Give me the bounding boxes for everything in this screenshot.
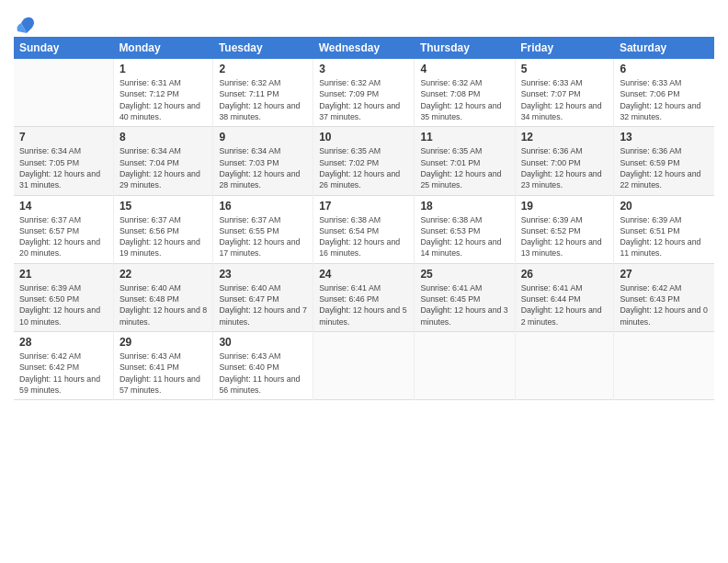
col-header-monday: Monday (113, 37, 213, 59)
calendar-cell: 20Sunrise: 6:39 AM Sunset: 6:51 PM Dayli… (614, 195, 714, 263)
calendar-cell: 11Sunrise: 6:35 AM Sunset: 7:01 PM Dayli… (415, 127, 515, 195)
calendar-cell: 6Sunrise: 6:33 AM Sunset: 7:06 PM Daylig… (614, 59, 714, 127)
day-info: Sunrise: 6:35 AM Sunset: 7:01 PM Dayligh… (420, 145, 508, 190)
calendar-cell: 14Sunrise: 6:37 AM Sunset: 6:57 PM Dayli… (14, 195, 113, 263)
calendar-cell: 27Sunrise: 6:42 AM Sunset: 6:43 PM Dayli… (614, 263, 714, 331)
day-info: Sunrise: 6:32 AM Sunset: 7:11 PM Dayligh… (219, 77, 307, 122)
day-info: Sunrise: 6:34 AM Sunset: 7:05 PM Dayligh… (19, 145, 108, 190)
calendar-cell: 8Sunrise: 6:34 AM Sunset: 7:04 PM Daylig… (113, 127, 213, 195)
calendar-cell: 15Sunrise: 6:37 AM Sunset: 6:56 PM Dayli… (113, 195, 213, 263)
calendar-cell (313, 332, 415, 400)
day-number: 17 (319, 200, 408, 213)
logo (14, 13, 36, 29)
calendar-cell: 16Sunrise: 6:37 AM Sunset: 6:55 PM Dayli… (213, 195, 313, 263)
calendar-cell (614, 332, 714, 400)
day-info: Sunrise: 6:43 AM Sunset: 6:41 PM Dayligh… (119, 350, 208, 396)
calendar-cell (14, 59, 113, 127)
day-info: Sunrise: 6:40 AM Sunset: 6:47 PM Dayligh… (219, 282, 307, 327)
day-number: 20 (620, 200, 709, 213)
day-info: Sunrise: 6:33 AM Sunset: 7:06 PM Dayligh… (620, 77, 709, 122)
day-number: 4 (420, 63, 508, 75)
day-info: Sunrise: 6:36 AM Sunset: 6:59 PM Dayligh… (620, 145, 709, 190)
day-number: 22 (119, 268, 208, 281)
day-number: 28 (19, 336, 108, 349)
day-number: 26 (521, 268, 609, 281)
col-header-thursday: Thursday (415, 37, 515, 59)
day-number: 6 (620, 63, 709, 75)
col-header-friday: Friday (515, 37, 614, 59)
calendar-cell: 17Sunrise: 6:38 AM Sunset: 6:54 PM Dayli… (313, 195, 415, 263)
calendar-cell: 9Sunrise: 6:34 AM Sunset: 7:03 PM Daylig… (213, 127, 313, 195)
day-info: Sunrise: 6:35 AM Sunset: 7:02 PM Dayligh… (319, 145, 408, 190)
col-header-saturday: Saturday (614, 37, 714, 59)
calendar-cell: 24Sunrise: 6:41 AM Sunset: 6:46 PM Dayli… (313, 263, 415, 331)
calendar-week-row: 7Sunrise: 6:34 AM Sunset: 7:05 PM Daylig… (14, 127, 714, 195)
day-number: 29 (119, 336, 208, 349)
calendar-cell: 26Sunrise: 6:41 AM Sunset: 6:44 PM Dayli… (515, 263, 614, 331)
day-number: 9 (219, 131, 307, 144)
day-number: 13 (620, 131, 709, 144)
calendar-cell: 25Sunrise: 6:41 AM Sunset: 6:45 PM Dayli… (415, 263, 515, 331)
day-info: Sunrise: 6:36 AM Sunset: 7:00 PM Dayligh… (521, 145, 609, 190)
calendar-cell: 12Sunrise: 6:36 AM Sunset: 7:00 PM Dayli… (515, 127, 614, 195)
calendar-cell: 4Sunrise: 6:32 AM Sunset: 7:08 PM Daylig… (415, 59, 515, 127)
day-number: 24 (319, 268, 408, 281)
day-number: 27 (620, 268, 709, 281)
day-info: Sunrise: 6:41 AM Sunset: 6:44 PM Dayligh… (521, 282, 609, 327)
day-number: 23 (219, 268, 307, 281)
day-info: Sunrise: 6:43 AM Sunset: 6:40 PM Dayligh… (219, 350, 307, 396)
calendar-cell: 28Sunrise: 6:42 AM Sunset: 6:42 PM Dayli… (14, 332, 113, 400)
day-number: 8 (119, 131, 208, 144)
calendar-cell: 13Sunrise: 6:36 AM Sunset: 6:59 PM Dayli… (614, 127, 714, 195)
calendar-week-row: 28Sunrise: 6:42 AM Sunset: 6:42 PM Dayli… (14, 332, 714, 400)
day-number: 3 (319, 63, 408, 75)
calendar-cell: 19Sunrise: 6:39 AM Sunset: 6:52 PM Dayli… (515, 195, 614, 263)
day-number: 14 (19, 200, 108, 213)
calendar-cell: 7Sunrise: 6:34 AM Sunset: 7:05 PM Daylig… (14, 127, 113, 195)
day-info: Sunrise: 6:42 AM Sunset: 6:43 PM Dayligh… (620, 282, 709, 327)
day-info: Sunrise: 6:39 AM Sunset: 6:52 PM Dayligh… (521, 214, 609, 259)
day-info: Sunrise: 6:40 AM Sunset: 6:48 PM Dayligh… (119, 282, 208, 327)
calendar-cell: 29Sunrise: 6:43 AM Sunset: 6:41 PM Dayli… (113, 332, 213, 400)
day-number: 12 (521, 131, 609, 144)
day-number: 16 (219, 200, 307, 213)
header (14, 9, 714, 29)
calendar-cell: 10Sunrise: 6:35 AM Sunset: 7:02 PM Dayli… (313, 127, 415, 195)
calendar-cell (515, 332, 614, 400)
calendar-week-row: 14Sunrise: 6:37 AM Sunset: 6:57 PM Dayli… (14, 195, 714, 263)
calendar-cell: 3Sunrise: 6:32 AM Sunset: 7:09 PM Daylig… (313, 59, 415, 127)
calendar-week-row: 21Sunrise: 6:39 AM Sunset: 6:50 PM Dayli… (14, 263, 714, 331)
day-number: 21 (19, 268, 108, 281)
day-number: 30 (219, 336, 307, 349)
day-number: 18 (420, 200, 508, 213)
day-number: 11 (420, 131, 508, 144)
day-info: Sunrise: 6:38 AM Sunset: 6:53 PM Dayligh… (420, 214, 508, 259)
calendar-cell: 2Sunrise: 6:32 AM Sunset: 7:11 PM Daylig… (213, 59, 313, 127)
day-number: 19 (521, 200, 609, 213)
col-header-sunday: Sunday (14, 37, 113, 59)
day-info: Sunrise: 6:32 AM Sunset: 7:08 PM Dayligh… (420, 77, 508, 122)
calendar-cell: 1Sunrise: 6:31 AM Sunset: 7:12 PM Daylig… (113, 59, 213, 127)
day-info: Sunrise: 6:38 AM Sunset: 6:54 PM Dayligh… (319, 214, 408, 259)
day-info: Sunrise: 6:34 AM Sunset: 7:04 PM Dayligh… (119, 145, 208, 190)
calendar-week-row: 1Sunrise: 6:31 AM Sunset: 7:12 PM Daylig… (14, 59, 714, 127)
day-number: 1 (119, 63, 208, 75)
day-info: Sunrise: 6:39 AM Sunset: 6:51 PM Dayligh… (620, 214, 709, 259)
day-info: Sunrise: 6:33 AM Sunset: 7:07 PM Dayligh… (521, 77, 609, 122)
page: SundayMondayTuesdayWednesdayThursdayFrid… (0, 0, 728, 563)
calendar-cell: 5Sunrise: 6:33 AM Sunset: 7:07 PM Daylig… (515, 59, 614, 127)
col-header-tuesday: Tuesday (213, 37, 313, 59)
day-info: Sunrise: 6:34 AM Sunset: 7:03 PM Dayligh… (219, 145, 307, 190)
day-number: 15 (119, 200, 208, 213)
calendar-cell: 18Sunrise: 6:38 AM Sunset: 6:53 PM Dayli… (415, 195, 515, 263)
day-info: Sunrise: 6:39 AM Sunset: 6:50 PM Dayligh… (19, 282, 108, 327)
day-info: Sunrise: 6:31 AM Sunset: 7:12 PM Dayligh… (119, 77, 208, 122)
day-number: 10 (319, 131, 408, 144)
day-info: Sunrise: 6:37 AM Sunset: 6:55 PM Dayligh… (219, 214, 307, 259)
calendar-cell: 23Sunrise: 6:40 AM Sunset: 6:47 PM Dayli… (213, 263, 313, 331)
day-info: Sunrise: 6:37 AM Sunset: 6:57 PM Dayligh… (19, 214, 108, 259)
day-number: 7 (19, 131, 108, 144)
day-number: 5 (521, 63, 609, 75)
calendar-cell: 21Sunrise: 6:39 AM Sunset: 6:50 PM Dayli… (14, 263, 113, 331)
calendar: SundayMondayTuesdayWednesdayThursdayFrid… (14, 37, 714, 400)
